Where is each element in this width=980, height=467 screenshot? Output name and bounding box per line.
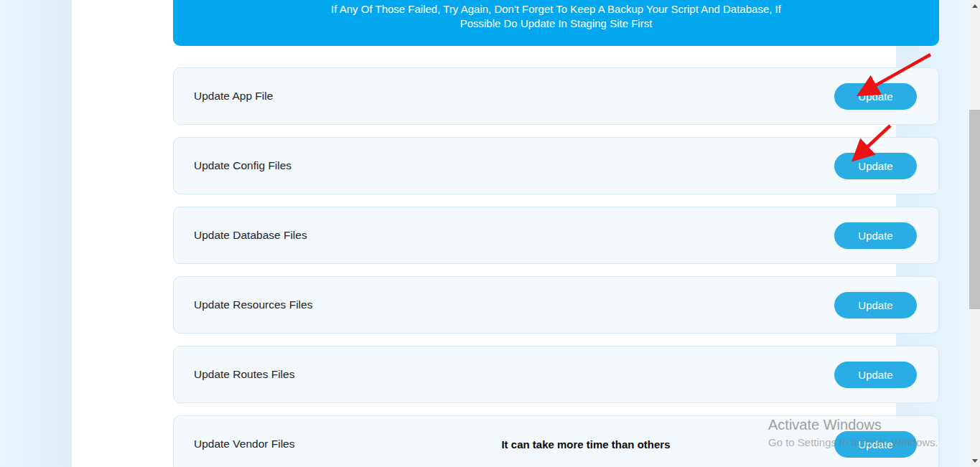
card-label: Update Database Files <box>194 229 337 242</box>
update-app-file-button[interactable]: Update <box>834 83 917 110</box>
update-resources-files-button[interactable]: Update <box>834 292 917 319</box>
card-update-app-file: Update App File Update <box>173 67 939 125</box>
main-content-area: If Any Of Those Failed, Try Again, Don't… <box>72 0 896 467</box>
card-note: It can take more time than others <box>337 438 834 451</box>
scrollbar-thumb[interactable] <box>969 110 980 309</box>
card-label: Update Routes Files <box>194 368 337 381</box>
card-update-routes-files: Update Routes Files Update <box>173 346 939 403</box>
vertical-scrollbar[interactable] <box>969 0 980 467</box>
update-routes-files-button[interactable]: Update <box>834 362 917 388</box>
update-script-page: If Any Of Those Failed, Try Again, Don't… <box>0 0 980 467</box>
card-update-vendor-files: Update Vendor Files It can take more tim… <box>173 415 939 467</box>
card-label: Update Config Files <box>194 159 337 172</box>
banner-text-line1: If Any Of Those Failed, Try Again, Don't… <box>173 2 939 16</box>
card-label: Update Resources Files <box>194 298 337 311</box>
update-config-files-button[interactable]: Update <box>834 153 917 179</box>
update-database-files-button[interactable]: Update <box>834 222 917 249</box>
card-label: Update App File <box>194 90 337 103</box>
update-task-list: Update App File Update Update Config Fil… <box>173 67 939 467</box>
scroll-up-icon[interactable] <box>969 0 980 12</box>
card-update-database-files: Update Database Files Update <box>173 207 939 264</box>
banner-text-line2: Possible Do Update In Staging Site First <box>173 16 939 31</box>
card-update-resources-files: Update Resources Files Update <box>173 276 939 334</box>
card-label: Update Vendor Files <box>194 438 337 451</box>
left-background-strip <box>0 0 72 467</box>
update-vendor-files-button[interactable]: Update <box>834 431 917 458</box>
scroll-down-icon[interactable] <box>969 455 980 467</box>
backup-warning-banner: If Any Of Those Failed, Try Again, Don't… <box>173 0 939 46</box>
card-update-config-files: Update Config Files Update <box>173 137 939 194</box>
